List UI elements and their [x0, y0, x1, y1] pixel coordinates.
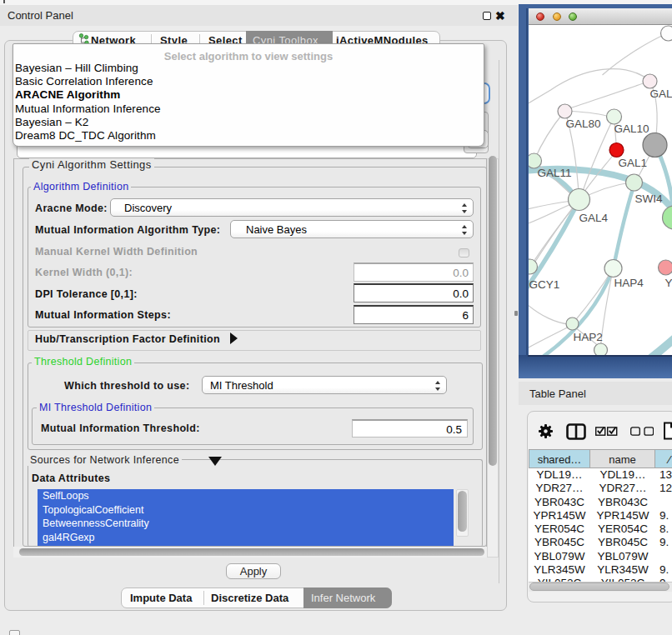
svg-text:SWI4: SWI4 [634, 192, 662, 205]
svg-text:GAL80: GAL80 [565, 118, 600, 130]
svg-text:GAL10: GAL10 [614, 122, 649, 135]
svg-text:HAP4: HAP4 [614, 277, 644, 289]
svg-text:HAP2: HAP2 [573, 331, 602, 343]
svg-text:GAL11: GAL11 [537, 167, 571, 179]
svg-text:YJL: YJL [664, 277, 672, 289]
svg-text:GAL1: GAL1 [618, 157, 647, 169]
svg-text:GAL4: GAL4 [579, 212, 608, 224]
svg-text:GAL2: GAL2 [649, 88, 672, 100]
svg-text:GCY1: GCY1 [529, 278, 559, 291]
